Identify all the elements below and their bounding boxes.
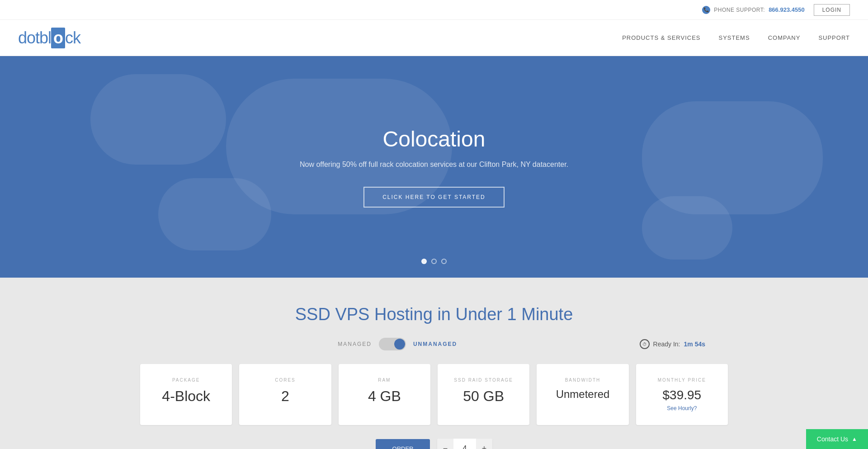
hero-title: Colocation <box>300 127 568 151</box>
top-bar: 📞 PHONE SUPPORT: 866.923.4550 LOGIN <box>0 0 868 20</box>
card-ram-value: 4 GB <box>349 388 420 405</box>
logo[interactable]: dotblock <box>18 28 80 48</box>
nav-support[interactable]: SUPPORT <box>818 34 850 41</box>
hero-section: Colocation Now offering 50% off full rac… <box>0 56 868 278</box>
card-cores-value: 2 <box>250 388 320 405</box>
carousel-dot-3[interactable] <box>441 259 447 264</box>
quantity-stepper: − 4 + <box>437 439 492 449</box>
ready-in-label: Ready In: <box>653 340 680 348</box>
card-price: MONTHLY PRICE $39.95 See Hourly? <box>636 364 728 425</box>
hero-content: Colocation Now offering 50% off full rac… <box>300 127 568 208</box>
contact-us-label: Contact Us <box>817 435 848 443</box>
carousel-dots <box>421 259 447 264</box>
cloud-decoration-5 <box>642 196 732 260</box>
bottom-controls: ORDER − 4 + <box>140 439 728 449</box>
card-storage-label: SSD RAID STORAGE <box>448 378 519 383</box>
card-cores: CORES 2 <box>239 364 331 425</box>
hero-cta-button[interactable]: CLICK HERE TO GET STARTED <box>363 187 505 208</box>
stepper-increment[interactable]: + <box>476 439 492 449</box>
phone-support-label: PHONE SUPPORT: <box>714 7 765 13</box>
timer-icon: ⏱ <box>640 339 650 349</box>
chevron-up-icon: ▲ <box>852 436 857 442</box>
header: dotblock PRODUCTS & SERVICES SYSTEMS COM… <box>0 20 868 56</box>
card-package-value: 4-Block <box>151 388 221 405</box>
contact-us-button[interactable]: Contact Us ▲ <box>806 429 868 449</box>
carousel-dot-2[interactable] <box>431 259 437 264</box>
card-ram-label: RAM <box>349 378 420 383</box>
card-cores-label: CORES <box>250 378 320 383</box>
card-package: PACKAGE 4-Block <box>140 364 232 425</box>
phone-support: 📞 PHONE SUPPORT: 866.923.4550 <box>702 6 804 14</box>
phone-number: 866.923.4550 <box>769 6 805 13</box>
logo-block: o <box>51 28 65 48</box>
hero-subtitle: Now offering 50% off full rack colocatio… <box>300 161 568 169</box>
toggle-unmanaged-label: UNMANAGED <box>413 341 457 347</box>
see-hourly-link[interactable]: See Hourly? <box>647 405 717 411</box>
card-price-label: MONTHLY PRICE <box>647 378 717 383</box>
nav-systems[interactable]: SYSTEMS <box>719 34 750 41</box>
order-button[interactable]: ORDER <box>376 439 430 449</box>
toggle-managed-label: MANAGED <box>338 341 372 347</box>
cloud-decoration-1 <box>90 74 226 165</box>
pricing-cards-row: PACKAGE 4-Block CORES 2 RAM 4 GB SSD RAI… <box>140 364 728 425</box>
carousel-dot-1[interactable] <box>421 259 427 264</box>
card-ram: RAM 4 GB <box>339 364 430 425</box>
toggle-knob <box>394 339 405 350</box>
card-bandwidth-value: Unmetered <box>547 388 618 401</box>
login-button[interactable]: LOGIN <box>814 4 850 16</box>
vps-title: SSD VPS Hosting in Under 1 Minute <box>18 305 850 324</box>
managed-unmanaged-toggle[interactable] <box>379 338 406 350</box>
main-nav: PRODUCTS & SERVICES SYSTEMS COMPANY SUPP… <box>622 34 850 41</box>
card-price-value: $39.95 <box>647 388 717 402</box>
card-package-label: PACKAGE <box>151 378 221 383</box>
stepper-decrement[interactable]: − <box>437 439 453 449</box>
nav-company[interactable]: COMPANY <box>768 34 801 41</box>
card-bandwidth-label: BANDWIDTH <box>547 378 618 383</box>
nav-products-services[interactable]: PRODUCTS & SERVICES <box>622 34 700 41</box>
vps-section: SSD VPS Hosting in Under 1 Minute MANAGE… <box>0 278 868 449</box>
ready-in-value: 1m 54s <box>684 340 705 348</box>
stepper-value: 4 <box>453 439 476 449</box>
toggle-ready-row: MANAGED UNMANAGED ⏱ Ready In: 1m 54s <box>163 338 705 350</box>
card-bandwidth: BANDWIDTH Unmetered <box>537 364 628 425</box>
ready-in: ⏱ Ready In: 1m 54s <box>640 339 705 349</box>
phone-icon: 📞 <box>702 6 710 14</box>
toggle-group: MANAGED UNMANAGED <box>163 338 632 350</box>
card-storage-value: 50 GB <box>448 388 519 405</box>
card-storage: SSD RAID STORAGE 50 GB <box>438 364 529 425</box>
